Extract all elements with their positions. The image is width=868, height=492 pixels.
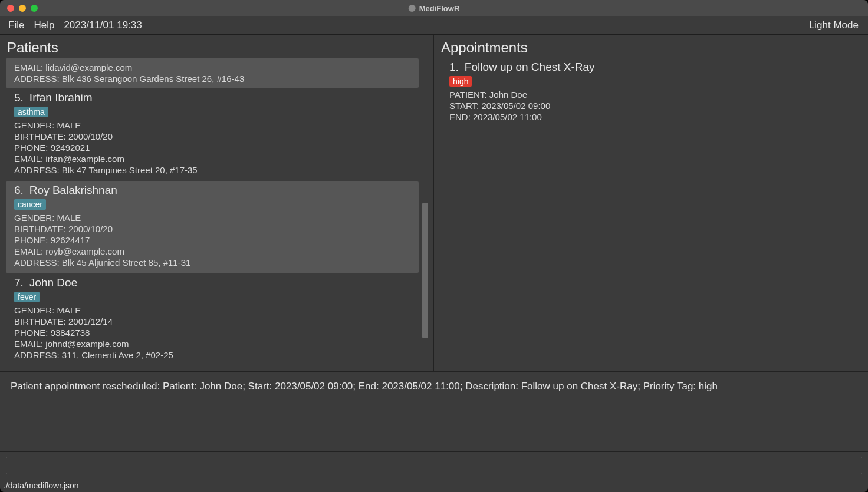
appointments-panel: Appointments 1.Follow up on Chest X-Rayh… <box>434 35 868 371</box>
window-title-text: MediFlowR <box>419 4 460 13</box>
patient-address: ADDRESS: Blk 436 Serangoon Gardens Stree… <box>14 73 410 84</box>
patient-phone: PHONE: 92624417 <box>14 235 410 246</box>
patient-birthdate: BIRTHDATE: 2000/10/20 <box>14 131 410 142</box>
patient-gender: GENDER: MALE <box>14 305 410 316</box>
main-area: Patients EMAIL: lidavid@example.comADDRE… <box>0 35 868 371</box>
patient-phone: PHONE: 93842738 <box>14 327 410 338</box>
patient-name: Irfan Ibrahim <box>29 91 93 104</box>
patients-panel: Patients EMAIL: lidavid@example.comADDRE… <box>0 35 434 371</box>
app-window: MediFlowR File Help 2023/11/01 19:33 Lig… <box>0 0 868 492</box>
menubar-left: File Help 2023/11/01 19:33 <box>4 19 142 31</box>
menu-file[interactable]: File <box>8 19 24 31</box>
patient-birthdate: BIRTHDATE: 2001/12/14 <box>14 316 410 327</box>
patient-card[interactable]: 5.Irfan IbrahimasthmaGENDER: MALEBIRTHDA… <box>6 89 419 180</box>
patient-email: EMAIL: lidavid@example.com <box>14 62 410 73</box>
patient-title: 5.Irfan Ibrahim <box>14 91 410 104</box>
appointment-name: Follow up on Chest X-Ray <box>465 61 595 73</box>
appointment-patient: PATIENT: John Doe <box>449 89 854 100</box>
patient-email: EMAIL: johnd@example.com <box>14 338 410 349</box>
command-input[interactable] <box>6 457 862 474</box>
log-area: Patient appointment rescheduled: Patient… <box>0 371 868 451</box>
window-title: MediFlowR <box>409 4 460 13</box>
patient-card[interactable]: 7.John DoefeverGENDER: MALEBIRTHDATE: 20… <box>6 274 419 365</box>
statusbar-path: ./data/mediflowr.json <box>4 481 79 490</box>
titlebar: MediFlowR <box>0 0 868 16</box>
menu-datetime: 2023/11/01 19:33 <box>64 19 142 31</box>
patient-title: 6.Roy Balakrishnan <box>14 184 410 197</box>
patient-gender: GENDER: MALE <box>14 212 410 223</box>
patient-index: 5. <box>14 91 24 104</box>
patient-gender: GENDER: MALE <box>14 120 410 131</box>
patient-card[interactable]: 6.Roy BalakrishnancancerGENDER: MALEBIRT… <box>6 181 419 273</box>
patients-list: EMAIL: lidavid@example.comADDRESS: Blk 4… <box>6 58 419 366</box>
patient-address: ADDRESS: Blk 45 Aljunied Street 85, #11-… <box>14 257 410 268</box>
appointment-end: END: 2023/05/02 11:00 <box>449 111 854 123</box>
statusbar: ./data/mediflowr.json <box>0 479 868 492</box>
condition-tag: fever <box>14 292 40 302</box>
command-row <box>0 451 868 479</box>
patient-address: ADDRESS: 311, Clementi Ave 2, #02-25 <box>14 349 410 361</box>
patient-index: 7. <box>14 276 24 289</box>
condition-tag: asthma <box>14 107 48 117</box>
priority-tag: high <box>449 76 472 87</box>
appointment-start: START: 2023/05/02 09:00 <box>449 100 854 111</box>
condition-tag: cancer <box>14 199 46 210</box>
patients-scrollbar[interactable] <box>422 58 428 368</box>
patient-email: EMAIL: irfan@example.com <box>14 153 410 164</box>
appointments-list: 1.Follow up on Chest X-RayhighPATIENT: J… <box>440 58 862 128</box>
appointment-index: 1. <box>449 61 459 73</box>
appointment-title: 1.Follow up on Chest X-Ray <box>449 61 854 74</box>
window-controls <box>7 5 38 12</box>
scrollbar-thumb[interactable] <box>422 203 428 338</box>
patients-title: Patients <box>7 39 429 56</box>
log-message: Patient appointment rescheduled: Patient… <box>11 381 718 392</box>
light-mode-toggle[interactable]: Light Mode <box>809 19 864 31</box>
patient-index: 6. <box>14 184 24 196</box>
menu-help[interactable]: Help <box>34 19 54 31</box>
close-icon[interactable] <box>7 5 14 12</box>
patients-scroll: EMAIL: lidavid@example.comADDRESS: Blk 4… <box>6 58 429 368</box>
patient-birthdate: BIRTHDATE: 2000/10/20 <box>14 223 410 235</box>
patient-name: Roy Balakrishnan <box>29 184 117 196</box>
menubar: File Help 2023/11/01 19:33 Light Mode <box>0 16 868 35</box>
minimize-icon[interactable] <box>19 5 26 12</box>
fullscreen-icon[interactable] <box>31 5 38 12</box>
appointments-title: Appointments <box>441 39 862 56</box>
patient-email: EMAIL: royb@example.com <box>14 246 410 257</box>
app-icon <box>409 5 416 12</box>
patient-address: ADDRESS: Blk 47 Tampines Street 20, #17-… <box>14 164 410 176</box>
appointment-card[interactable]: 1.Follow up on Chest X-RayhighPATIENT: J… <box>440 58 862 127</box>
patient-phone: PHONE: 92492021 <box>14 142 410 153</box>
patient-card-partial[interactable]: EMAIL: lidavid@example.comADDRESS: Blk 4… <box>6 58 419 88</box>
patient-name: John Doe <box>29 276 77 289</box>
patient-title: 7.John Doe <box>14 276 410 289</box>
